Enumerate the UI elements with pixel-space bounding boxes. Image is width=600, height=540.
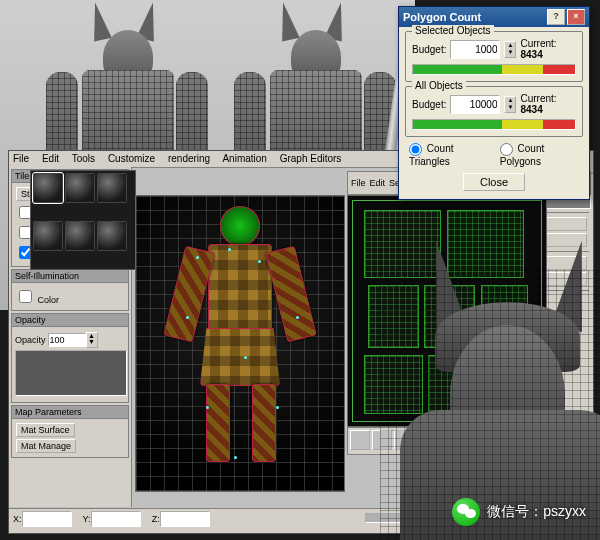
spinner-icon[interactable]: ▲▼ — [86, 332, 98, 348]
coord-y: Y: — [83, 511, 141, 527]
coord-y-input[interactable] — [91, 511, 141, 527]
count-polygons-radio[interactable]: Count Polygons — [500, 143, 579, 167]
rollout-selfillum: Self-Illumination Color — [11, 269, 129, 311]
uv-tool-icon[interactable] — [438, 430, 458, 450]
material-slot[interactable] — [97, 221, 127, 251]
character-rig — [170, 210, 310, 473]
coord-z: Z: — [152, 511, 210, 527]
uw-menu-file[interactable]: File — [351, 178, 366, 188]
coord-x: X: — [13, 511, 72, 527]
polygon-count-dialog[interactable]: Polygon Count ? × Selected Objects Budge… — [398, 6, 590, 200]
help-button[interactable]: ? — [547, 9, 565, 25]
group-selected-objects: Selected Objects Budget: ▲▼ Current: 843… — [405, 31, 583, 82]
all-budget-input[interactable] — [450, 95, 500, 114]
material-slot[interactable] — [65, 221, 95, 251]
wechat-icon — [452, 498, 480, 526]
all-budget-bar — [412, 119, 576, 130]
dialog-titlebar[interactable]: Polygon Count ? × — [399, 7, 589, 27]
mat-manage-button[interactable]: Mat Manage — [16, 439, 76, 453]
material-swatch[interactable] — [15, 350, 127, 396]
selected-budget-bar — [412, 64, 576, 75]
unwrap-bottom-toolbar[interactable]: UV — [347, 427, 547, 455]
coord-x-input[interactable] — [22, 511, 72, 527]
close-icon[interactable]: × — [567, 9, 585, 25]
rollout-title: Self-Illumination — [12, 270, 128, 283]
menu-tools[interactable]: Tools — [72, 153, 95, 164]
dialog-title: Polygon Count — [403, 11, 481, 23]
selected-budget-input[interactable] — [450, 40, 500, 59]
material-slot[interactable] — [33, 173, 63, 203]
menu-edit[interactable]: Edit — [42, 153, 59, 164]
rollout-map: Map Parameters Mat Surface Mat Manage — [11, 405, 129, 458]
uw-menu-edit[interactable]: Edit — [370, 178, 386, 188]
material-slot[interactable] — [65, 173, 95, 203]
material-editor[interactable] — [30, 170, 136, 270]
uv-tool-icon[interactable] — [394, 430, 414, 450]
spinner-icon[interactable]: ▲▼ — [504, 41, 516, 58]
wechat-label: 微信号：pszyxx — [487, 503, 586, 521]
rollout-title: Map Parameters — [12, 406, 128, 419]
opacity-label: Opacity — [15, 335, 46, 345]
viewport-uv-editor[interactable] — [347, 195, 547, 427]
close-button[interactable]: Close — [463, 173, 525, 191]
uv-tool-icon[interactable] — [350, 430, 370, 450]
mat-surface-button[interactable]: Mat Surface — [16, 423, 75, 437]
color-checkbox[interactable]: Color — [15, 287, 125, 306]
spinner-icon[interactable]: ▲▼ — [504, 96, 516, 113]
menu-customize[interactable]: Customize — [108, 153, 155, 164]
uv-label: UV — [464, 435, 477, 445]
material-slot[interactable] — [33, 221, 63, 251]
wechat-watermark: 微信号：pszyxx — [452, 498, 586, 526]
menu-animation[interactable]: Animation — [222, 153, 266, 164]
material-slot[interactable] — [97, 173, 127, 203]
budget-label: Budget: — [412, 99, 446, 110]
budget-label: Budget: — [412, 44, 446, 55]
rollout-opacity: Opacity Opacity ▲▼ — [11, 313, 129, 403]
menubar[interactable]: File Edit Tools Customize rendering Anim… — [9, 151, 453, 168]
group-all-objects: All Objects Budget: ▲▼ Current: 8434 — [405, 86, 583, 137]
viewport-perspective[interactable] — [135, 195, 345, 492]
menu-rendering[interactable]: rendering — [168, 153, 210, 164]
current-label: Current: — [520, 93, 556, 104]
opacity-input[interactable] — [48, 333, 86, 347]
all-current-value: 8434 — [520, 104, 542, 115]
count-triangles-radio[interactable]: Count Triangles — [409, 143, 488, 167]
uv-tool-icon[interactable] — [416, 430, 436, 450]
group-label: Selected Objects — [412, 25, 494, 36]
menu-file[interactable]: File — [13, 153, 29, 164]
coord-z-input[interactable] — [160, 511, 210, 527]
rollout-title: Opacity — [12, 314, 128, 327]
current-label: Current: — [520, 38, 556, 49]
selected-current-value: 8434 — [520, 49, 542, 60]
uv-tool-icon[interactable] — [372, 430, 392, 450]
group-label: All Objects — [412, 80, 466, 91]
menu-graph-editors[interactable]: Graph Editors — [280, 153, 342, 164]
